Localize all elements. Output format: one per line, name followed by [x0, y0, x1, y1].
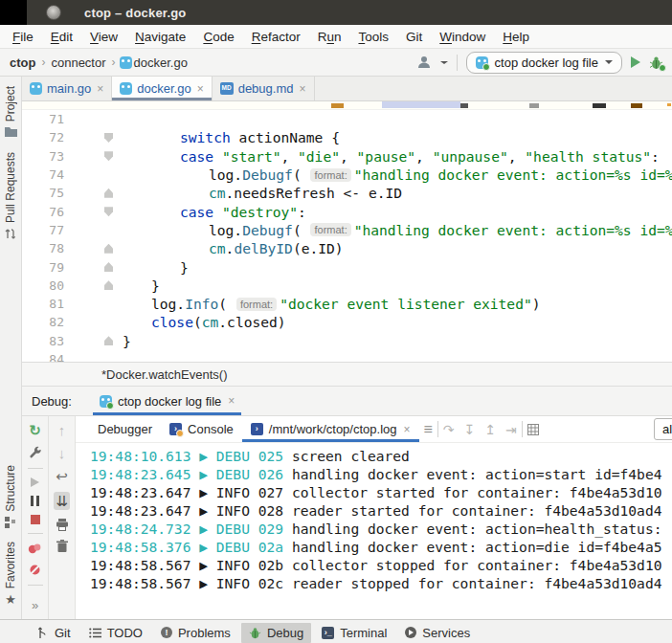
filter-value: all — [662, 422, 672, 436]
breadcrumb-item[interactable]: docker.go — [132, 55, 190, 70]
step-into-icon[interactable]: ↧ — [459, 416, 481, 442]
log-prefix: 19:48:58.376 ▶ DEBU 02a — [90, 539, 292, 557]
statusbar-problems[interactable]: !Problems — [153, 623, 238, 643]
menu-git[interactable]: Git — [397, 28, 431, 46]
fold-marker-icon[interactable] — [104, 207, 113, 216]
code-token: .closed) — [218, 314, 285, 330]
fold-marker-icon[interactable] — [104, 151, 113, 161]
run-button[interactable] — [631, 56, 640, 68]
layout-grid-icon[interactable] — [523, 416, 544, 442]
fold-marker-icon[interactable] — [104, 280, 113, 290]
editor-tab-docker.go[interactable]: docker.go× — [112, 77, 212, 100]
rerun-button[interactable]: ↻ — [29, 423, 41, 437]
scroll-to-end-button[interactable]: ⇊ — [54, 492, 70, 510]
toolwindow-button-favorites[interactable]: Favorites★ — [4, 542, 17, 606]
next-occurrence-button[interactable]: ↓ — [58, 446, 66, 460]
run-to-cursor-icon[interactable]: ⇥ — [501, 416, 522, 442]
line-number: 71 — [22, 112, 64, 126]
statusbar-services[interactable]: Services — [397, 623, 478, 643]
line-number: 82 — [22, 315, 64, 329]
debug-tab-debugger[interactable]: Debugger — [89, 416, 161, 442]
menu-code[interactable]: Code — [194, 28, 242, 46]
more-actions-button[interactable]: » — [32, 599, 38, 611]
statusbar-todo[interactable]: TODO — [81, 623, 150, 643]
close-icon[interactable]: × — [299, 82, 305, 96]
debug-session-tab[interactable]: ctop docker log file × — [93, 387, 241, 415]
user-avatar-icon[interactable] — [416, 55, 432, 70]
fold-marker-icon[interactable] — [104, 133, 113, 143]
line-number: 74 — [22, 167, 64, 182]
code-line: 73case "start", "die", "pause", "unpause… — [22, 147, 672, 166]
stop-button[interactable] — [31, 515, 40, 524]
statusbar-terminal[interactable]: ›_Terminal — [314, 623, 394, 643]
menu-window[interactable]: Window — [431, 28, 494, 46]
prev-occurrence-button[interactable]: ↑ — [58, 423, 66, 437]
debug-tab--mnt-work-ctop-ctop-log[interactable]: ›/mnt/work/ctop/ctop.log× — [242, 416, 419, 442]
settings-wrench-button[interactable] — [29, 446, 42, 459]
breadcrumb-item[interactable]: ctop — [8, 55, 37, 70]
log-output-pane[interactable]: 19:48:10.613 ▶ DEBU 025 screen cleared19… — [76, 443, 672, 619]
navigation-toolbar: ctop›connector›docker.go ctop docker log… — [0, 49, 672, 77]
close-icon[interactable]: × — [97, 82, 103, 96]
close-icon[interactable]: × — [228, 394, 235, 408]
code-token: . — [226, 240, 235, 256]
soft-wrap-button[interactable]: ↩ — [56, 469, 68, 483]
inlay-hint: format: — [310, 168, 350, 182]
log-prefix: 19:48:23.647 ▶ INFO 028 — [90, 502, 292, 521]
step-out-icon[interactable]: ↥ — [480, 416, 501, 442]
code-token: , — [508, 148, 526, 165]
fold-marker-icon[interactable] — [104, 188, 113, 198]
code-token: "pause" — [357, 148, 416, 165]
window-menu-button[interactable] — [46, 5, 61, 20]
close-icon[interactable]: × — [197, 82, 204, 96]
log-line: 19:48:23.647 ▶ INFO 028 reader started f… — [90, 502, 672, 521]
toolwindow-button-structure[interactable]: Structure — [4, 465, 17, 528]
fold-marker-icon[interactable] — [104, 336, 113, 345]
toolbar-divider — [28, 585, 43, 586]
line-number: 80 — [22, 278, 64, 293]
menu-refactor[interactable]: Refactor — [243, 28, 309, 46]
line-number: 84 — [22, 352, 64, 362]
tab-label: Console — [188, 422, 234, 436]
toolwindow-button-pull-requests[interactable]: Pull Requests — [4, 152, 17, 240]
menu-help[interactable]: Help — [494, 28, 538, 46]
menu-navigate[interactable]: Navigate — [126, 28, 194, 46]
print-button[interactable] — [56, 519, 69, 531]
todo-icon — [89, 628, 101, 638]
run-configuration-select[interactable]: ctop docker log file — [466, 52, 622, 74]
pause-button[interactable] — [31, 496, 39, 506]
log-level-filter-select[interactable]: all — [654, 418, 672, 440]
user-dropdown-caret[interactable] — [440, 61, 448, 64]
breadcrumb-item[interactable]: connector — [49, 55, 107, 70]
code-editor[interactable]: 7172switch actionName {73case "start", "… — [22, 110, 672, 362]
statusbar-git[interactable]: Git — [29, 623, 78, 643]
debug-button[interactable] — [649, 55, 664, 70]
mute-breakpoints-button[interactable] — [29, 564, 41, 576]
clear-all-button[interactable] — [56, 540, 68, 552]
bug-small-icon — [249, 627, 261, 639]
toolwindow-button-project[interactable]: Project — [4, 86, 17, 137]
code-token: , — [415, 148, 433, 165]
options-menu-icon[interactable]: ≡ — [419, 416, 437, 442]
editor-tab-main.go[interactable]: main.go× — [22, 77, 112, 100]
code-token: delByID — [234, 240, 293, 256]
step-over-icon[interactable]: ↷ — [438, 416, 459, 442]
fold-marker-icon[interactable] — [104, 244, 113, 254]
menu-run[interactable]: Run — [309, 28, 350, 46]
close-icon[interactable]: × — [403, 423, 410, 436]
editor-tab-debug.md[interactable]: MDdebug.md× — [213, 77, 315, 100]
statusbar-debug[interactable]: Debug — [241, 623, 311, 643]
go-icon — [120, 56, 132, 69]
resume-button[interactable] — [31, 477, 39, 487]
view-breakpoints-button[interactable] — [28, 543, 42, 555]
log-message: handling docker event: action=health_sta… — [292, 521, 662, 539]
debug-tab-console[interactable]: ›Console — [161, 416, 242, 442]
code-token: log. — [151, 296, 185, 312]
code-token: "handling docker event: action=%s id=%s — [354, 166, 672, 183]
log-message: collector started for container: f4be4a5… — [292, 484, 662, 502]
menu-tools[interactable]: Tools — [349, 28, 397, 46]
menu-view[interactable]: View — [81, 28, 126, 46]
fold-marker-icon[interactable] — [104, 262, 113, 272]
menu-edit[interactable]: Edit — [42, 28, 81, 46]
menu-file[interactable]: File — [4, 28, 42, 46]
